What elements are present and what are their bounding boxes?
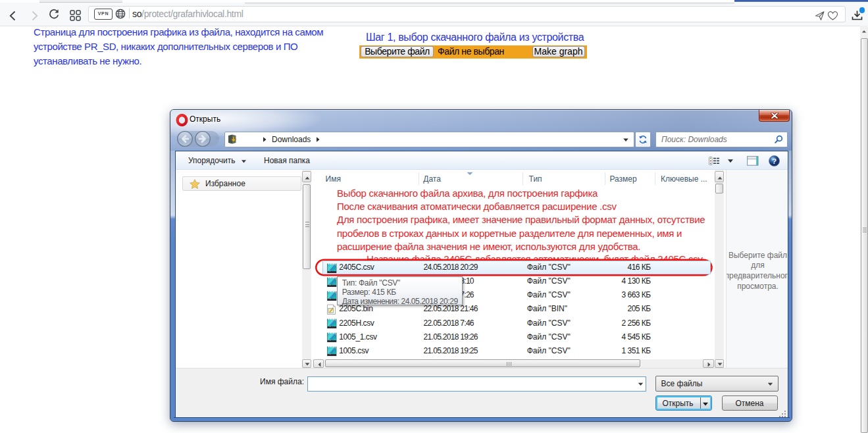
svg-text:?: ? <box>772 157 777 165</box>
